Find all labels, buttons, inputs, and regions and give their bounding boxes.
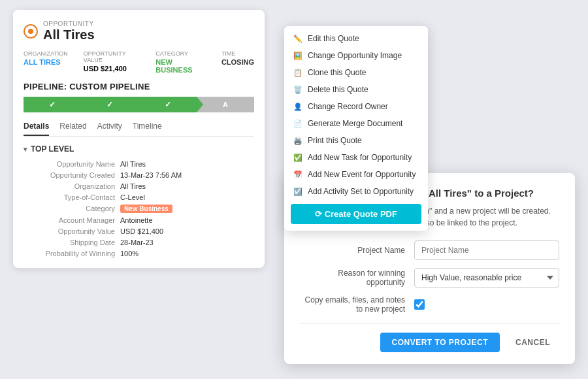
image-icon: 🖼️ xyxy=(293,51,302,60)
field-grid: Opportunity Name All Tires Opportunity C… xyxy=(24,160,254,257)
section-title: TOP LEVEL xyxy=(31,144,74,154)
menu-add-activity-set-label: Add Activity Set to Opportunity xyxy=(308,187,414,196)
menu-merge-doc[interactable]: 📄 Generate Merge Document xyxy=(284,115,428,132)
menu-change-owner[interactable]: 👤 Change Record Owner xyxy=(284,98,428,115)
menu-add-event[interactable]: 📅 Add New Event for Opportunity xyxy=(284,166,428,183)
menu-clone-quote[interactable]: 📋 Clone this Quote xyxy=(284,64,428,81)
project-name-field: Project Name xyxy=(300,240,559,260)
clone-icon: 📋 xyxy=(293,68,302,77)
pipeline-title: PIPELINE: CUSTOM PIPELINE xyxy=(24,82,254,91)
menu-delete-quote-label: Delete this Quote xyxy=(308,85,368,94)
value-probability: 100% xyxy=(120,250,254,257)
category-badge: New Business xyxy=(120,205,172,213)
menu-edit-quote-label: Edit this Quote xyxy=(308,34,359,43)
opportunity-card: OPPORTUNITY All Tires ORGANIZATION ALL T… xyxy=(13,10,265,268)
reason-field: Reason for winning opportunity High Valu… xyxy=(300,268,559,288)
meta-time-value: CLOSING xyxy=(221,58,254,66)
print-icon: 🖨️ xyxy=(293,136,302,145)
copy-checkbox[interactable] xyxy=(414,299,425,310)
meta-time: TIME CLOSING xyxy=(221,50,254,74)
opportunity-icon xyxy=(24,24,38,39)
value-organization: All Tires xyxy=(120,182,254,190)
menu-delete-quote[interactable]: 🗑️ Delete this Quote xyxy=(284,81,428,98)
reason-label: Reason for winning opportunity xyxy=(300,269,414,287)
copy-field: Copy emails, files, and notes to new pro… xyxy=(300,295,559,314)
meta-cat-label: CATEGORY xyxy=(155,50,206,57)
menu-print-quote[interactable]: 🖨️ Print this Quote xyxy=(284,132,428,149)
label-account-manager: Account Manager xyxy=(24,216,115,224)
meta-org-label: ORGANIZATION xyxy=(24,50,68,57)
label-opp-value: Opportunity Value xyxy=(24,227,115,235)
checkbox-container xyxy=(414,299,425,310)
project-name-label: Project Name xyxy=(300,246,414,255)
activity-set-icon: ☑️ xyxy=(293,187,302,196)
menu-add-task[interactable]: ✅ Add New Task for Opportunity xyxy=(284,149,428,166)
dialog-divider xyxy=(300,323,559,323)
tab-related[interactable]: Related xyxy=(59,122,86,136)
value-opp-name: All Tires xyxy=(120,160,254,168)
event-icon: 📅 xyxy=(293,170,302,179)
meta-time-label: TIME xyxy=(221,50,254,57)
meta-category: CATEGORY NEW BUSINESS xyxy=(155,50,206,74)
meta-value: OPPORTUNITY VALUE USD $21,400 xyxy=(84,50,140,74)
opportunity-meta: ORGANIZATION ALL TIRES OPPORTUNITY VALUE… xyxy=(24,50,254,74)
menu-edit-quote[interactable]: ✏️ Edit this Quote xyxy=(284,30,428,47)
menu-change-owner-label: Change Record Owner xyxy=(308,102,388,111)
pipeline-step-4: A xyxy=(197,97,254,112)
label-type-of-contact: Type-of-Contact xyxy=(24,193,115,201)
label-opp-created: Opportunity Created xyxy=(24,171,115,179)
menu-change-image[interactable]: 🖼️ Change Opportunity Image xyxy=(284,47,428,64)
menu-add-task-label: Add New Task for Opportunity xyxy=(308,153,412,162)
edit-icon: ✏️ xyxy=(293,34,302,43)
menu-clone-quote-label: Clone this Quote xyxy=(308,68,366,77)
owner-icon: 👤 xyxy=(293,102,302,111)
meta-org-value: ALL TIRES xyxy=(24,58,61,66)
meta-organization: ORGANIZATION ALL TIRES xyxy=(24,50,68,74)
label-opp-name: Opportunity Name xyxy=(24,160,115,168)
delete-icon: 🗑️ xyxy=(293,85,302,94)
dialog-actions: CONVERT TO PROJECT CANCEL xyxy=(300,333,559,352)
pipeline-step-3: ✓ xyxy=(139,97,197,112)
menu-merge-doc-label: Generate Merge Document xyxy=(308,119,402,128)
menu-change-image-label: Change Opportunity Image xyxy=(308,51,402,60)
value-account-manager: Antoinette xyxy=(120,216,254,224)
value-category: New Business xyxy=(120,205,254,213)
context-menu: ✏️ Edit this Quote 🖼️ Change Opportunity… xyxy=(284,26,428,231)
value-type-of-contact: C-Level xyxy=(120,193,254,201)
label-organization: Organization xyxy=(24,182,115,190)
meta-value-value: USD $21,400 xyxy=(84,65,127,73)
task-icon: ✅ xyxy=(293,153,302,162)
meta-cat-value: NEW BUSINESS xyxy=(155,58,192,74)
value-opp-value: USD $21,400 xyxy=(120,227,254,235)
tab-timeline[interactable]: Timeline xyxy=(133,122,162,136)
merge-icon: 📄 xyxy=(293,119,302,128)
menu-add-event-label: Add New Event for Opportunity xyxy=(308,170,416,179)
meta-value-label: OPPORTUNITY VALUE xyxy=(84,50,140,63)
convert-to-project-button[interactable]: CONVERT TO PROJECT xyxy=(380,333,500,352)
section-header: ▾ TOP LEVEL xyxy=(24,144,254,154)
menu-print-quote-label: Print this Quote xyxy=(308,136,362,145)
label-shipping-date: Shipping Date xyxy=(24,239,115,246)
cancel-button[interactable]: CANCEL xyxy=(506,333,559,352)
copy-label: Copy emails, files, and notes to new pro… xyxy=(300,295,414,314)
tabs: Details Related Activity Timeline xyxy=(24,122,254,137)
chevron-icon: ▾ xyxy=(24,146,27,153)
opportunity-title: All Tires xyxy=(43,27,95,42)
create-quote-button[interactable]: ⟳ Create Quote PDF xyxy=(291,204,421,224)
label-probability: Probability of Winning xyxy=(24,250,115,257)
opportunity-type-label: OPPORTUNITY xyxy=(43,20,95,27)
reason-select[interactable]: High Value, reasonable price Competitive… xyxy=(414,268,559,288)
value-shipping-date: 28-Mar-23 xyxy=(120,239,254,246)
pipeline-step-2: ✓ xyxy=(81,97,139,112)
project-name-input[interactable] xyxy=(414,240,559,260)
pipeline-step-1: ✓ xyxy=(24,97,81,112)
tab-details[interactable]: Details xyxy=(24,122,49,136)
label-category: Category xyxy=(24,205,115,213)
menu-add-activity-set[interactable]: ☑️ Add Activity Set to Opportunity xyxy=(284,183,428,200)
value-opp-created: 13-Mar-23 7:56 AM xyxy=(120,171,254,179)
pipeline-bar: ✓ ✓ ✓ A xyxy=(24,97,254,112)
tab-activity[interactable]: Activity xyxy=(97,122,122,136)
